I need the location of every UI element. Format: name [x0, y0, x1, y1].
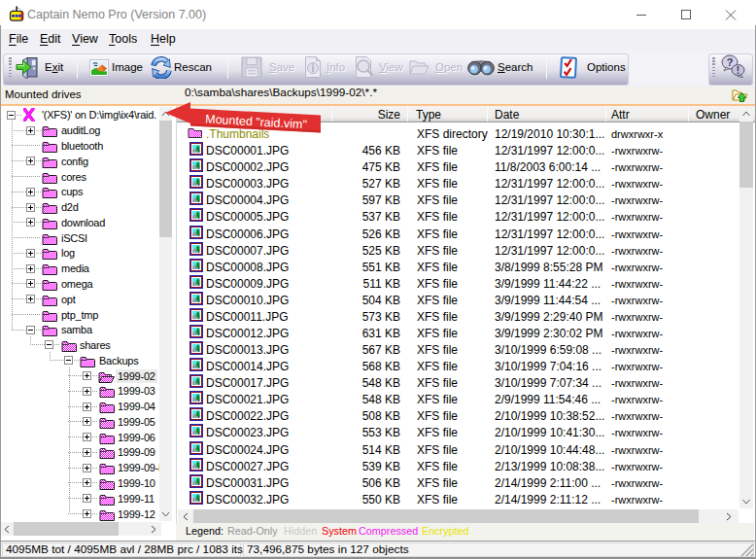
- svg-text:!: !: [737, 65, 739, 76]
- svg-text:?: ?: [727, 56, 734, 68]
